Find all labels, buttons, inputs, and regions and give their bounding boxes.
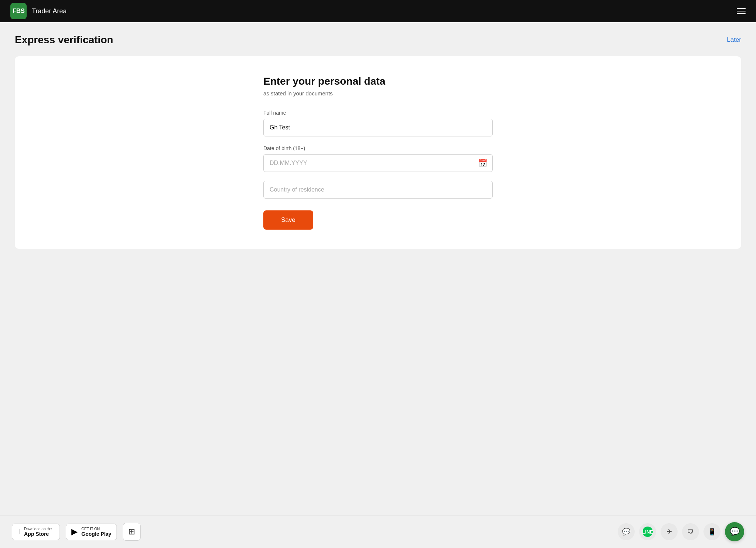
google-play-text: GET IT ON Google Play	[81, 527, 111, 537]
app-header: FBS Trader Area	[0, 0, 756, 22]
google-play-bottom-text: Google Play	[81, 531, 111, 537]
form-subheading: as stated in your documents	[263, 90, 493, 97]
app-store-top-text: Download on the	[24, 527, 52, 531]
telegram-icon: ✈	[666, 528, 672, 536]
hamburger-menu-button[interactable]	[737, 8, 746, 14]
dob-input-wrapper: 📅	[263, 154, 493, 172]
country-group	[263, 181, 493, 199]
apple-icon: 	[17, 527, 20, 537]
later-link[interactable]: Later	[727, 36, 741, 44]
chat-button[interactable]: 🗨	[682, 523, 699, 540]
page-title: Express verification	[15, 34, 113, 46]
messenger-button[interactable]: 💬	[618, 523, 635, 540]
app-store-bottom-text: App Store	[24, 531, 52, 537]
hamburger-line-3	[737, 13, 746, 14]
line-icon: LINE	[642, 527, 653, 537]
dob-group: Date of birth (18+) 📅	[263, 145, 493, 172]
full-name-input[interactable]	[263, 119, 493, 136]
whatsapp-icon: 📱	[708, 528, 716, 536]
google-play-icon: ▶	[71, 527, 78, 537]
page-content: Express verification Later Enter your pe…	[0, 22, 756, 515]
form-container: Enter your personal data as stated in yo…	[263, 75, 493, 230]
save-button[interactable]: Save	[263, 210, 313, 230]
whatsapp-button[interactable]: 📱	[703, 523, 720, 540]
support-chat-icon: 💬	[730, 527, 740, 537]
country-input[interactable]	[263, 181, 493, 199]
app-store-text: Download on the App Store	[24, 527, 52, 537]
hamburger-line-1	[737, 8, 746, 9]
dob-input[interactable]	[263, 154, 493, 172]
footer-social-buttons: 💬 LINE ✈ 🗨 📱 💬	[618, 522, 744, 541]
footer-store-badges:  Download on the App Store ▶ GET IT ON …	[12, 523, 141, 541]
header-left: FBS Trader Area	[10, 3, 67, 19]
header-title: Trader Area	[32, 7, 67, 15]
google-play-badge[interactable]: ▶ GET IT ON Google Play	[66, 524, 117, 540]
dob-label: Date of birth (18+)	[263, 145, 493, 151]
support-chat-fab[interactable]: 💬	[725, 522, 744, 541]
verification-card: Enter your personal data as stated in yo…	[15, 56, 741, 249]
google-play-top-text: GET IT ON	[81, 527, 111, 531]
chat-icon: 🗨	[687, 528, 694, 536]
full-name-group: Full name	[263, 110, 493, 136]
qr-icon: ⊞	[128, 527, 135, 537]
app-store-badge[interactable]:  Download on the App Store	[12, 524, 60, 540]
line-button[interactable]: LINE	[639, 523, 656, 540]
full-name-label: Full name	[263, 110, 493, 116]
qr-code-button[interactable]: ⊞	[123, 523, 141, 541]
messenger-icon: 💬	[622, 528, 630, 536]
hamburger-line-2	[737, 11, 746, 11]
telegram-button[interactable]: ✈	[661, 523, 678, 540]
form-heading: Enter your personal data	[263, 75, 493, 87]
fbs-logo: FBS	[10, 3, 27, 19]
page-footer:  Download on the App Store ▶ GET IT ON …	[0, 515, 756, 548]
page-header: Express verification Later	[15, 34, 741, 46]
